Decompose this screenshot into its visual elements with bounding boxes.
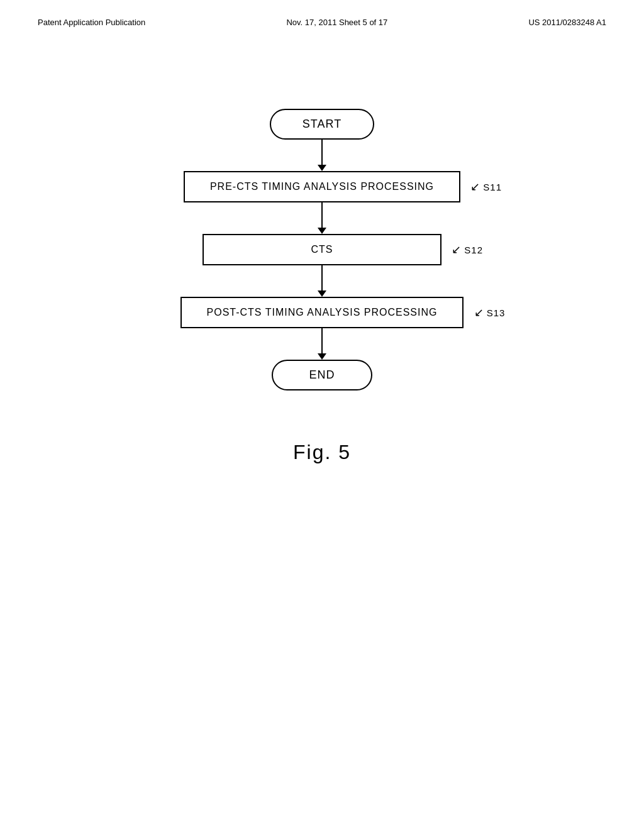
arrow-head-4: [318, 353, 326, 360]
figure-caption-text: Fig. 5: [293, 441, 351, 463]
arrow-3: [318, 265, 326, 297]
curve-icon-s12: ↙: [452, 243, 462, 257]
arrow-4: [318, 328, 326, 360]
page-header: Patent Application Publication Nov. 17, …: [0, 0, 644, 27]
step-s11: ↙ S11: [470, 180, 502, 194]
step-s12-text: S12: [464, 245, 483, 255]
arrow-head-2: [318, 228, 326, 234]
step-s13-text: S13: [487, 307, 506, 318]
node-s12-label: CTS: [311, 244, 333, 255]
arrow-line-2: [321, 202, 323, 228]
node-s13: POST-CTS TIMING ANALYSIS PROCESSING ↙ S1…: [180, 297, 464, 328]
flowchart: START PRE-CTS TIMING ANALYSIS PROCESSING…: [180, 109, 464, 390]
curve-icon-s11: ↙: [470, 180, 480, 194]
arrow-line-4: [321, 328, 323, 353]
step-s11-text: S11: [483, 182, 502, 192]
step-s12: ↙ S12: [452, 243, 483, 257]
start-node: START: [270, 109, 374, 140]
header-center: Nov. 17, 2011 Sheet 5 of 17: [286, 18, 387, 27]
step-s13: ↙ S13: [474, 306, 506, 319]
header-right: US 2011/0283248 A1: [528, 18, 606, 27]
arrow-2: [318, 202, 326, 234]
arrow-head-3: [318, 290, 326, 297]
end-node: END: [272, 360, 372, 390]
start-label: START: [303, 118, 341, 130]
end-label: END: [309, 368, 335, 381]
arrow-line-1: [321, 140, 323, 165]
node-s13-label: POST-CTS TIMING ANALYSIS PROCESSING: [207, 307, 438, 318]
figure-caption: Fig. 5: [293, 441, 351, 464]
arrow-head-1: [318, 165, 326, 171]
node-s11-label: PRE-CTS TIMING ANALYSIS PROCESSING: [210, 181, 434, 192]
arrow-1: [318, 140, 326, 171]
node-s12: CTS ↙ S12: [203, 234, 441, 265]
arrow-line-3: [321, 265, 323, 290]
diagram-container: START PRE-CTS TIMING ANALYSIS PROCESSING…: [0, 109, 644, 464]
header-left: Patent Application Publication: [38, 18, 145, 27]
curve-icon-s13: ↙: [474, 306, 484, 319]
node-s11: PRE-CTS TIMING ANALYSIS PROCESSING ↙ S11: [184, 171, 460, 202]
